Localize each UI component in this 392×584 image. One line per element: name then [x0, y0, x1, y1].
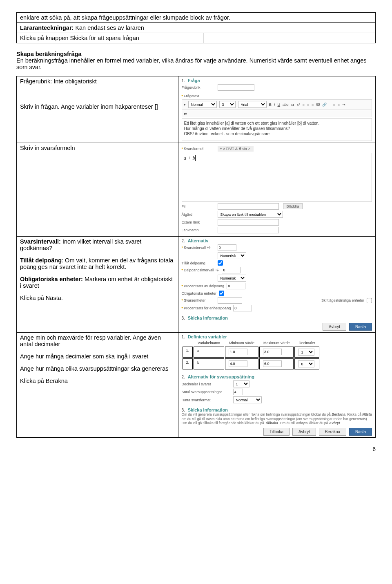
- answer-decimals-select[interactable]: 1: [233, 380, 249, 387]
- case-sensitive-checkbox[interactable]: [367, 298, 372, 303]
- back-button[interactable]: Tillbaka: [263, 428, 290, 436]
- instruction-table: Frågerubrik: Inte obligatoriskt Skriv in…: [16, 76, 376, 438]
- row4-screenshot: 1. Definiera variabler VariabelnamnMinim…: [178, 333, 375, 438]
- row1-left: Frågerubrik: Inte obligatoriskt Skriv in…: [17, 76, 178, 143]
- var-b-max[interactable]: [263, 360, 282, 367]
- row2-left: Skriv in svarsformeln: [17, 143, 178, 237]
- top-line3: Klicka på knappen Skicka för att spara f…: [17, 33, 203, 43]
- var-b-min[interactable]: [229, 360, 247, 367]
- top-info-table: enklare att söka på, att skapa frågeupps…: [16, 12, 376, 43]
- var-a-dec[interactable]: 1: [298, 349, 314, 356]
- calculate-button[interactable]: Beräkna: [319, 428, 346, 436]
- partial-type-select[interactable]: Numerisk: [218, 275, 246, 282]
- page-number: 6: [16, 446, 376, 452]
- variable-row-a: 1. a 1: [183, 347, 319, 358]
- answer-format-select[interactable]: Normal: [233, 396, 262, 403]
- var-b-dec[interactable]: 0: [298, 360, 314, 367]
- formula-input[interactable]: a + b: [182, 153, 372, 202]
- var-a-min[interactable]: [229, 349, 247, 355]
- variable-row-b: 2. b 0: [183, 358, 319, 369]
- interval-type-select[interactable]: Numerisk: [218, 252, 246, 259]
- next-button-2[interactable]: Nästa: [349, 428, 372, 436]
- partial-interval-input[interactable]: [222, 267, 241, 273]
- linkname-input[interactable]: [218, 227, 279, 233]
- partial-percent-input[interactable]: [227, 283, 245, 289]
- row4-left: Ange min och maxvärde för resp variabler…: [17, 333, 178, 438]
- top-line2: Läraranteckningar: Kan endast ses av lär…: [17, 23, 376, 33]
- next-button[interactable]: Nästa: [349, 323, 372, 331]
- intro-title: Skapa beräkningsfråga: [16, 51, 376, 57]
- variable-table: VariabelnamnMinimum-värdeMaximum-värdeDe…: [182, 339, 320, 370]
- row3-left: Svarsintervall: Inom vilket intervall sk…: [17, 237, 178, 333]
- browse-button[interactable]: Bläddra: [283, 204, 303, 209]
- question-title-input[interactable]: [218, 84, 254, 91]
- rte-size-select[interactable]: 3: [219, 101, 236, 108]
- cancel-button-2[interactable]: Avbryt: [292, 428, 316, 436]
- formula-ops-toolbar[interactable]: + × □²√□ ∠ θ sin ✓: [218, 146, 254, 152]
- answer-units-input[interactable]: [218, 297, 242, 304]
- units-required-checkbox[interactable]: [219, 291, 224, 296]
- row2-screenshot: *Svarsformel + × □²√□ ∠ θ sin ✓ a + b Fi…: [178, 143, 375, 237]
- partial-credit-checkbox[interactable]: [218, 260, 223, 266]
- row3-screenshot: 2. Alternativ *Svarsintervall +/- Numeri…: [178, 237, 375, 333]
- interval-input[interactable]: [218, 244, 236, 251]
- intro-block: Skapa beräkningsfråga En beräkningsfråga…: [16, 51, 376, 70]
- top-line1: enklare att söka på, att skapa frågeupps…: [17, 13, 376, 23]
- rte-toolbar[interactable]: ▾ Normal 3 Arial BIUabc x₂x² ≡≡≡ 🖼🔗 ⋮≡≡⇥: [182, 99, 372, 110]
- rte-style-select[interactable]: Normal: [188, 101, 217, 108]
- rte-font-select[interactable]: Arial: [238, 101, 267, 108]
- answer-sets-input[interactable]: [233, 389, 243, 395]
- file-input[interactable]: [218, 203, 279, 210]
- action-select[interactable]: Skapa en länk till mediafilen: [218, 211, 283, 218]
- var-a-max[interactable]: [263, 349, 282, 355]
- question-text-area[interactable]: Ett litet glas innehåller [a] dl vatten …: [182, 118, 372, 141]
- unit-percent-input[interactable]: [233, 305, 252, 311]
- intro-body: En beräkningsfråga innehåller en formel …: [16, 57, 376, 70]
- row1-screenshot: 1. Fråga Frågerubrik *Frågetext ▾ Normal…: [178, 76, 375, 143]
- external-link-input[interactable]: [218, 219, 279, 226]
- submit-info-text: Om du vill generera svarsuppsättningar e…: [182, 412, 372, 425]
- cancel-button[interactable]: Avbryt: [323, 323, 346, 331]
